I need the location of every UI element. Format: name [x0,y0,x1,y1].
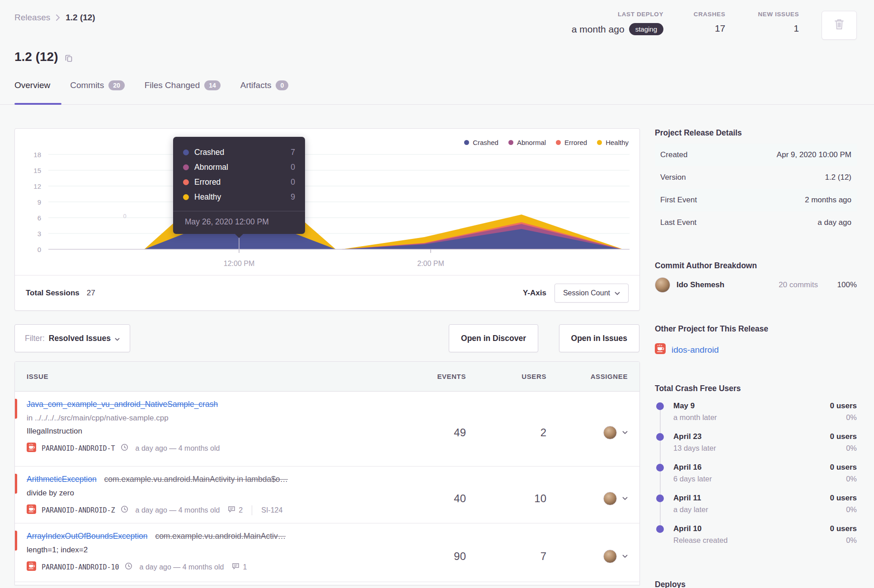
sessions-chart[interactable]: 18 15 12 9 6 3 0 0 12:00 PM 2:00 PM [15,129,639,276]
column-assignee: ASSIGNEE [546,373,628,380]
new-issues-value: 1 [794,23,799,34]
tab-commits[interactable]: Commits 20 [70,80,125,99]
tabs-divider [0,104,874,105]
legend-healthy[interactable]: Healthy [597,139,629,146]
healthy-dot-icon [183,194,189,200]
x-tick-noon: 12:00 PM [224,260,254,267]
detail-row-version: Version 1.2 (12) [655,166,857,189]
divider [252,505,252,515]
tab-artifacts[interactable]: Artifacts 0 [240,80,288,99]
issue-subtitle: com.example.vu.android.MainActiv… [155,532,286,541]
timeline-dot-icon [656,433,664,441]
project-slug[interactable]: PARANOID-ANDROID-T [42,444,115,453]
detail-row-last-event: Last Event a day ago [655,211,857,234]
clock-icon [125,562,132,572]
issue-row: ArithmeticException com.example.vu.andro… [15,467,639,523]
sidebar: Project Release Details Created Apr 9, 2… [655,128,857,588]
svg-text:9: 9 [38,198,41,206]
new-issues-stat: NEW ISSUES 1 [758,11,799,34]
chart-point-label: 0 [123,213,126,219]
error-level-bar [15,474,17,494]
breadcrumb-current: 1.2 (12) [66,13,95,23]
issue-title-link[interactable]: Java_com_example_vu_android_NativeSample… [27,400,218,409]
crash-free-entry: April 23 13 days later 0 users 0% [655,432,857,453]
breadcrumb: Releases 1.2 (12) [14,13,95,23]
comments-indicator[interactable]: 1 [232,563,247,571]
open-in-issues-button[interactable]: Open in Issues [559,324,639,352]
chevron-down-icon[interactable] [622,497,628,500]
comments-indicator[interactable]: 2 [228,506,243,514]
filter-dropdown[interactable]: Filter: Resolved Issues [14,324,130,352]
deploys-heading: Deploys [655,580,686,588]
delete-release-button[interactable] [822,11,857,40]
legend-errored[interactable]: Errored [556,139,587,146]
healthy-dot-icon [597,140,602,145]
release-title-row: 1.2 (12) [14,50,73,64]
timeline-dot-icon [656,402,664,410]
last-deploy-label: LAST DEPLOY [572,11,663,18]
crash-free-entry: April 11 a day later 0 users 0% [655,493,857,514]
issue-title-link[interactable]: ArithmeticException [27,475,97,484]
chevron-down-icon[interactable] [622,555,628,558]
java-platform-icon [27,443,36,454]
issue-subtitle: com.example.vu.android.MainActivity in l… [104,475,288,484]
detail-row-first-event: First Event 2 months ago [655,189,857,211]
issues-table: ISSUE EVENTS USERS ASSIGNEE Java_com_exa… [14,361,640,585]
issue-events-count: 90 [412,531,466,582]
assignee-avatar[interactable] [603,492,617,505]
other-project-link[interactable]: idos-android [655,343,719,356]
java-platform-icon [655,343,666,356]
chart-legend: Crashed Abnormal Errored Healthy [464,139,629,146]
new-issues-label: NEW ISSUES [758,11,799,18]
linked-ticket[interactable]: SI-124 [261,506,282,514]
issue-age: a day ago — 4 months old [136,444,220,453]
open-in-discover-button[interactable]: Open in Discover [449,324,538,352]
staging-badge: staging [629,23,663,35]
author-commits: 20 commits [779,280,818,289]
x-tick-2pm: 2:00 PM [417,260,444,267]
breadcrumb-releases-link[interactable]: Releases [14,13,50,23]
tooltip-row-errored: Errored 0 [183,175,295,190]
crash-free-heading: Total Crash Free Users [655,384,741,393]
crashes-value: 17 [715,23,725,34]
chevron-down-icon [615,289,620,297]
issue-users-count: 7 [466,531,546,582]
timeline-dot-icon [656,525,664,533]
project-slug[interactable]: PARANOID-ANDROID-Z [42,506,115,514]
sessions-chart-panel: 18 15 12 9 6 3 0 0 12:00 PM 2:00 PM [14,128,640,311]
assignee-avatar[interactable] [603,426,617,439]
detail-row-created: Created Apr 9, 2020 10:00 PM [655,144,857,166]
chevron-down-icon[interactable] [622,431,628,434]
column-users: USERS [466,373,546,380]
errored-dot-icon [183,179,189,185]
assignee-avatar[interactable] [603,550,617,563]
tooltip-date: May 26, 2020 12:00 PM [173,211,305,234]
tab-overview[interactable]: Overview [14,80,50,99]
total-sessions-value: 27 [87,289,95,298]
y-axis-select[interactable]: Session Count [554,284,629,303]
svg-text:15: 15 [33,167,41,174]
tab-bar: Overview Commits 20 Files Changed 14 Art… [14,80,288,99]
svg-text:12: 12 [33,182,41,190]
issue-events-count: 49 [412,399,466,466]
error-level-bar [15,399,17,419]
copy-icon[interactable] [65,54,73,62]
issue-title-link[interactable]: ArrayIndexOutOfBoundsException [27,532,148,541]
abnormal-dot-icon [183,164,189,170]
svg-text:3: 3 [38,230,41,238]
tab-files-changed[interactable]: Files Changed 14 [145,80,221,99]
column-events: EVENTS [412,373,466,380]
crashes-label: CRASHES [694,11,725,18]
issue-culprit: length=1; index=2 [27,546,412,555]
author-avatar [655,277,670,293]
comment-icon [228,506,235,514]
active-tab-underline [14,103,61,105]
legend-abnormal[interactable]: Abnormal [508,139,546,146]
timeline-dot-icon [656,495,664,502]
issue-users-count: 2 [466,399,546,466]
tooltip-row-crashed: Crashed 7 [183,145,295,160]
legend-crashed[interactable]: Crashed [464,139,498,146]
total-sessions-label: Total Sessions [26,289,80,298]
project-slug[interactable]: PARANOID-ANDROID-10 [42,563,119,571]
comment-icon [232,563,240,571]
